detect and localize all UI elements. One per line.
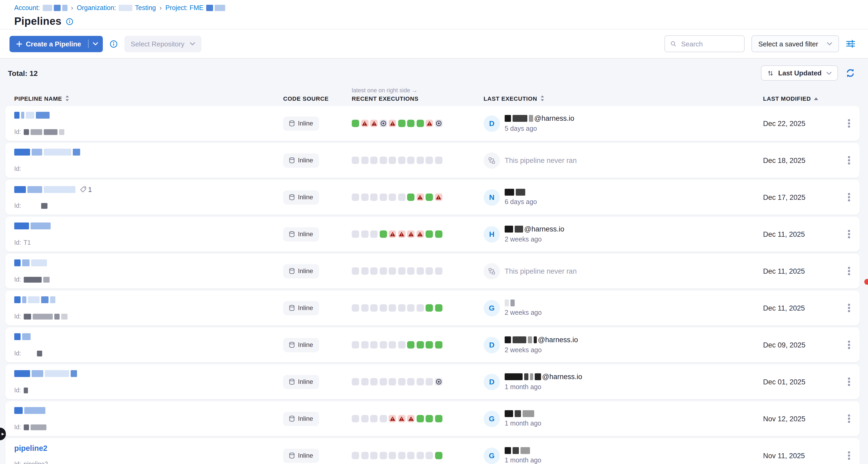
- execution-status-empty: [352, 304, 359, 312]
- redacted-pipeline-id: [24, 129, 64, 135]
- row-menu-button[interactable]: [841, 227, 857, 242]
- pipeline-row[interactable]: Id:InlineG1 month agoNov 12, 2025: [5, 401, 860, 436]
- redacted-pipeline-id: [41, 203, 48, 209]
- column-header-last-modified[interactable]: LAST MODIFIED: [763, 95, 841, 102]
- refresh-button[interactable]: [845, 68, 855, 78]
- execution-status-success[interactable]: [435, 415, 442, 422]
- execution-status-success[interactable]: [426, 193, 433, 201]
- row-menu-button[interactable]: [841, 301, 857, 315]
- execution-status-success[interactable]: [435, 452, 442, 459]
- pipeline-name-link[interactable]: pipeline2: [14, 444, 276, 453]
- failed-warning-icon: [390, 231, 395, 237]
- execution-status-success[interactable]: [435, 230, 442, 238]
- execution-status-success[interactable]: [416, 415, 424, 422]
- pipeline-name-link[interactable]: [14, 370, 276, 377]
- info-icon[interactable]: [66, 18, 73, 25]
- pipeline-row[interactable]: Id:T1InlineH@harness.io2 weeks agoDec 11…: [5, 217, 860, 251]
- execution-status-success[interactable]: [426, 304, 433, 312]
- saved-filter-dropdown[interactable]: Select a saved filter: [751, 35, 839, 52]
- execution-status-success[interactable]: [416, 120, 424, 127]
- row-menu-button[interactable]: [841, 264, 857, 278]
- execution-status-failed[interactable]: [398, 415, 405, 422]
- execution-status-failed[interactable]: [426, 120, 433, 127]
- user-avatar: D: [484, 374, 500, 390]
- execution-status-failed[interactable]: [407, 230, 414, 238]
- execution-status-success[interactable]: [407, 341, 414, 348]
- execution-status-success[interactable]: [435, 304, 442, 312]
- execution-status-failed[interactable]: [389, 415, 396, 422]
- pipeline-row[interactable]: Id:InlineG2 weeks agoDec 11, 2025: [5, 290, 860, 325]
- execution-status-success[interactable]: [398, 120, 405, 127]
- pipeline-row[interactable]: Id:InlineThis pipeline never ranDec 18, …: [5, 143, 860, 178]
- pipeline-id-prefix: Id:: [14, 461, 21, 464]
- execution-status-success[interactable]: [426, 230, 433, 238]
- pipeline-row[interactable]: 1Id:InlineN6 days agoDec 17, 2025: [5, 180, 860, 215]
- execution-status-aborted[interactable]: [379, 120, 387, 127]
- execution-status-success[interactable]: [407, 120, 414, 127]
- execution-status-empty: [398, 452, 405, 459]
- search-input[interactable]: [680, 39, 739, 48]
- inline-storage-icon: [289, 268, 295, 274]
- execution-status-failed[interactable]: [407, 415, 414, 422]
- execution-status-failed[interactable]: [416, 193, 424, 201]
- breadcrumb-project-link[interactable]: Project: FME: [165, 4, 225, 11]
- row-menu-button[interactable]: [841, 338, 857, 352]
- execution-status-failed[interactable]: [435, 193, 442, 201]
- sort-dropdown[interactable]: Last Updated: [761, 65, 838, 81]
- column-header-last-execution[interactable]: LAST EXECUTION: [484, 95, 763, 102]
- execution-status-success[interactable]: [416, 341, 424, 348]
- pipeline-row[interactable]: Id:InlineD@harness.io5 days agoDec 22, 2…: [5, 106, 860, 141]
- column-header-pipeline-name[interactable]: PIPELINE NAME: [14, 95, 283, 102]
- row-menu-button[interactable]: [841, 190, 857, 205]
- failed-warning-icon: [408, 231, 414, 237]
- execution-status-success[interactable]: [426, 341, 433, 348]
- execution-status-failed[interactable]: [361, 120, 368, 127]
- pipeline-name-link[interactable]: [14, 222, 276, 229]
- pipeline-name-link[interactable]: [14, 333, 276, 340]
- row-menu-button[interactable]: [841, 153, 857, 168]
- execution-status-failed[interactable]: [398, 230, 405, 238]
- execution-status-failed[interactable]: [416, 230, 424, 238]
- breadcrumb-organization-link[interactable]: Organization: Testing: [77, 4, 156, 11]
- pipeline-row[interactable]: pipeline2Id:pipeline2InlineG1 month agoN…: [5, 438, 860, 464]
- execution-status-empty: [370, 452, 378, 459]
- execution-status-aborted[interactable]: [435, 378, 442, 385]
- row-menu-button[interactable]: [841, 448, 857, 463]
- pipeline-row[interactable]: Id:InlineThis pipeline never ranDec 11, …: [5, 254, 860, 288]
- filter-sliders-icon[interactable]: [846, 39, 855, 48]
- row-menu-button[interactable]: [841, 411, 857, 426]
- pipeline-row[interactable]: Id:InlineD@harness.io1 month agoDec 01, …: [5, 364, 860, 399]
- execution-status-failed[interactable]: [370, 120, 378, 127]
- execution-status-empty: [361, 452, 368, 459]
- pipelines-page: Account: › Organization: Testing › Proje…: [0, 0, 868, 464]
- select-repository-dropdown[interactable]: Select Repository: [124, 36, 202, 52]
- row-menu-button[interactable]: [841, 116, 857, 131]
- execution-status-success[interactable]: [352, 120, 359, 127]
- execution-status-empty: [352, 230, 359, 238]
- pipeline-name-link[interactable]: [14, 259, 276, 266]
- pipeline-name-link[interactable]: [14, 149, 276, 156]
- sort-updown-icon: [540, 95, 545, 102]
- row-menu-button[interactable]: [841, 375, 857, 389]
- code-source-badge: Inline: [283, 227, 319, 241]
- last-execution-cell: N6 days ago: [484, 189, 763, 206]
- create-pipeline-button[interactable]: Create a Pipeline: [9, 40, 88, 48]
- pipeline-name-link[interactable]: 1: [14, 186, 276, 193]
- execution-status-aborted[interactable]: [435, 120, 442, 127]
- pipeline-name-link[interactable]: [14, 296, 276, 303]
- execution-status-failed[interactable]: [389, 120, 396, 127]
- execution-status-failed[interactable]: [389, 230, 396, 238]
- code-source-badge: Inline: [283, 411, 319, 426]
- pipeline-name-link[interactable]: [14, 112, 276, 119]
- execution-status-success[interactable]: [426, 415, 433, 422]
- execution-status-success[interactable]: [407, 193, 414, 201]
- create-pipeline-caret-button[interactable]: [89, 42, 103, 45]
- pipeline-row[interactable]: Id:InlineD@harness.io2 weeks agoDec 09, …: [5, 328, 860, 362]
- info-icon[interactable]: [110, 40, 118, 48]
- execution-status-success[interactable]: [379, 230, 387, 238]
- failed-warning-icon: [390, 416, 395, 421]
- breadcrumb-account-link[interactable]: Account:: [14, 4, 67, 11]
- execution-status-success[interactable]: [435, 341, 442, 348]
- execution-status-empty: [361, 378, 368, 385]
- pipeline-name-link[interactable]: [14, 407, 276, 414]
